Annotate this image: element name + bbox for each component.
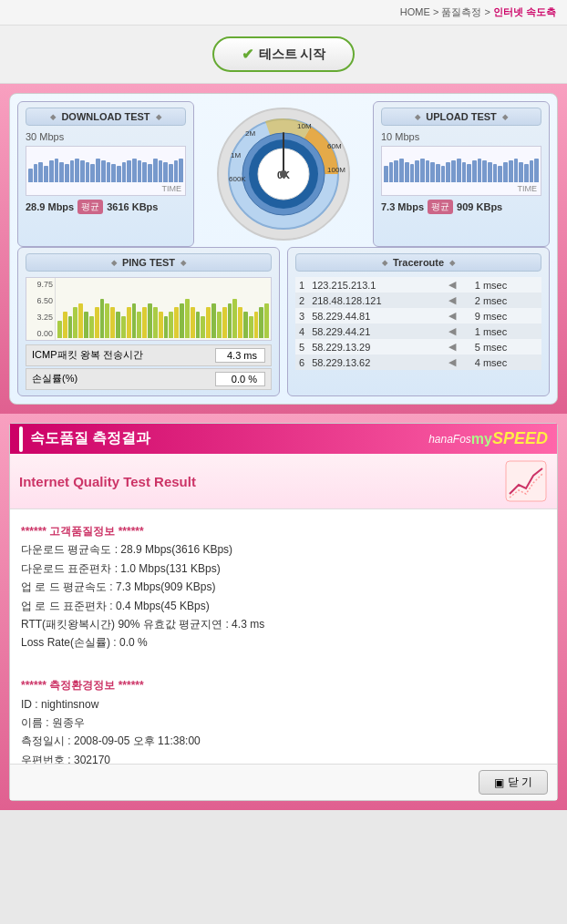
download-result-kbps: 3616 KBps [107, 201, 158, 212]
result-line: ****** 측정환경정보 ****** [21, 676, 546, 694]
svg-rect-14 [506, 461, 546, 501]
result-line: 다운로드 평균속도 : 28.9 Mbps(3616 KBps) [21, 540, 546, 559]
download-graph: TIME [26, 146, 186, 196]
svg-text:100M: 100M [327, 166, 345, 174]
nav-quality[interactable]: 품질측정 [441, 6, 481, 17]
result-line [21, 652, 546, 671]
results-header: 속도품질 측정결과 hanaFos my SPEED [10, 424, 557, 454]
ping-chart [56, 278, 271, 340]
ping-y2: 3.25 [28, 313, 53, 322]
table-row: 458.229.44.21◀1 msec [295, 323, 541, 339]
diamond-icon-dl: ◆ [50, 113, 56, 121]
svg-text:2M: 2M [245, 129, 255, 138]
nav-current: 인터넷 속도측 [493, 6, 556, 17]
diamond-ping2: ◆ [180, 259, 186, 267]
result-line: 다운로드 표준편차 : 1.0 Mbps(131 KBps) [21, 560, 546, 578]
upload-section: ◆ UPLOAD TEST ◆ 10 Mbps TIME 7.3 Mbps 평균… [373, 101, 550, 247]
traceroute-section: ◆ Traceroute ◆ 1123.215.213.1◀1 msec2218… [287, 247, 550, 396]
diamond-trace2: ◆ [449, 259, 455, 267]
ping-stat1-value: 4.3 ms [215, 348, 265, 363]
results-scroll-area[interactable]: ****** 고객품질정보 ******다운로드 평균속도 : 28.9 Mbp… [10, 508, 557, 764]
diamond-trace: ◆ [382, 259, 387, 267]
ping-y4: 9.75 [28, 280, 53, 289]
table-row: 558.229.13.29◀5 msec [295, 339, 541, 354]
table-row: 358.229.44.81◀9 msec [295, 308, 541, 323]
results-header-bar [19, 426, 23, 452]
results-close-row: ▣ 닫 기 [10, 764, 557, 800]
download-time-label: TIME [162, 184, 182, 193]
result-line: ID : nightinsnow [21, 695, 546, 714]
results-panel: 속도품질 측정결과 hanaFos my SPEED Internet Qual… [0, 414, 567, 810]
download-title: ◆ DOWNLOAD TEST ◆ [26, 108, 186, 126]
close-label: 닫 기 [508, 775, 532, 790]
ping-stat2-label: 손실률(%) [32, 372, 77, 386]
result-line: RTT(패킷왕복시간) 90% 유효값 평균지연 : 4.3 ms [21, 615, 546, 633]
result-line: ****** 고객품질정보 ****** [21, 522, 546, 540]
close-button[interactable]: ▣ 닫 기 [479, 770, 548, 795]
test-start-area: ✔ 테스트 시작 [0, 26, 567, 84]
ping-title: ◆ PING TEST ◆ [26, 253, 272, 272]
result-line: 우편번호 : 302170 [21, 751, 546, 764]
ping-y-labels: 9.75 6.50 3.25 0.00 [26, 278, 56, 340]
result-line: Loss Rate(손실률) : 0.0 % [21, 633, 546, 652]
result-line: 업 로 드 표준편차 : 0.4 Mbps(45 KBps) [21, 597, 546, 615]
chart-icon [504, 459, 548, 503]
nav-home[interactable]: HOME [400, 6, 430, 17]
ping-trace-row: ◆ PING TEST ◆ 9.75 6.50 3.25 0.00 ICMP패킷… [17, 247, 550, 396]
logo-hana: hanaFos [428, 433, 471, 446]
upload-time-label: TIME [518, 184, 538, 193]
test-start-label: 테스트 시작 [259, 46, 326, 63]
myspeed-logo: hanaFos my SPEED [428, 429, 548, 448]
speed-panel-inner: ◆ DOWNLOAD TEST ◆ 30 Mbps TIME 28.9 Mbps… [9, 93, 558, 405]
ping-stat1-label: ICMP패킷 왕복 전송시간 [32, 348, 143, 363]
diamond-ping: ◆ [111, 259, 117, 267]
download-result-row: 28.9 Mbps 평균 3616 KBps [26, 200, 186, 214]
svg-text:600K: 600K [229, 175, 246, 183]
upload-avg-label: 평균 [428, 200, 453, 214]
speed-panel: ◆ DOWNLOAD TEST ◆ 30 Mbps TIME 28.9 Mbps… [0, 84, 567, 414]
check-icon: ✔ [242, 46, 253, 63]
breadcrumb: HOME > 품질측정 > 인터넷 속도측 [0, 0, 567, 26]
ping-section: ◆ PING TEST ◆ 9.75 6.50 3.25 0.00 ICMP패킷… [17, 247, 280, 396]
result-line: 이름 : 원종우 [21, 714, 546, 732]
speedometer-area: 0K 600K 1M 2M 10M 60M 100M [201, 101, 366, 247]
upload-result-row: 7.3 Mbps 평균 909 KBps [381, 200, 541, 214]
upload-mbps-label: 10 Mbps [381, 131, 541, 142]
results-subtitle: Internet Quality Test Result [10, 454, 557, 508]
download-section: ◆ DOWNLOAD TEST ◆ 30 Mbps TIME 28.9 Mbps… [17, 101, 194, 247]
traceroute-table: 1123.215.213.1◀1 msec2218.48.128.121◀2 m… [295, 277, 541, 370]
upload-title: ◆ UPLOAD TEST ◆ [381, 108, 541, 126]
diamond-icon-ul: ◆ [415, 113, 420, 121]
upload-graph: TIME [381, 146, 541, 196]
test-start-button[interactable]: ✔ 테스트 시작 [212, 36, 356, 72]
middle-row: ◆ DOWNLOAD TEST ◆ 30 Mbps TIME 28.9 Mbps… [17, 101, 550, 247]
ping-graph: 9.75 6.50 3.25 0.00 [26, 277, 272, 341]
upload-result-kbps: 909 KBps [457, 201, 502, 212]
ping-y3: 6.50 [28, 296, 53, 305]
result-line: 측정일시 : 2008-09-05 오후 11:38:00 [21, 732, 546, 750]
download-avg-label: 평균 [77, 200, 103, 214]
table-row: 1123.215.213.1◀1 msec [295, 277, 541, 293]
ping-stat2-row: 손실률(%) 0.0 % [26, 368, 272, 390]
diamond-icon-ul2: ◆ [502, 113, 508, 121]
svg-point-7 [280, 170, 287, 178]
results-title-en: Internet Quality Test Result [19, 474, 196, 489]
results-inner: 속도품질 측정결과 hanaFos my SPEED Internet Qual… [9, 423, 558, 801]
table-row: 2218.48.128.121◀2 msec [295, 293, 541, 308]
results-title-ko: 속도품질 측정결과 [30, 424, 150, 454]
ping-y1: 0.00 [28, 329, 53, 338]
speedometer-svg: 0K 600K 1M 2M 10M 60M 100M [211, 101, 356, 247]
download-result-mbps: 28.9 Mbps [26, 201, 74, 212]
upload-result-mbps: 7.3 Mbps [381, 201, 424, 212]
download-mbps-label: 30 Mbps [26, 131, 186, 142]
traceroute-title: ◆ Traceroute ◆ [295, 253, 541, 272]
svg-text:60M: 60M [327, 142, 342, 150]
result-line: 업 로 드 평균속도 : 7.3 Mbps(909 KBps) [21, 578, 546, 596]
table-row: 658.229.13.62◀4 msec [295, 354, 541, 370]
ping-stat2-value: 0.0 % [215, 372, 265, 386]
close-icon: ▣ [494, 776, 504, 789]
logo-my: my [471, 431, 492, 447]
logo-speed: SPEED [492, 429, 548, 448]
diamond-icon-dl2: ◆ [156, 113, 161, 121]
nav-sep2: > [484, 6, 490, 17]
